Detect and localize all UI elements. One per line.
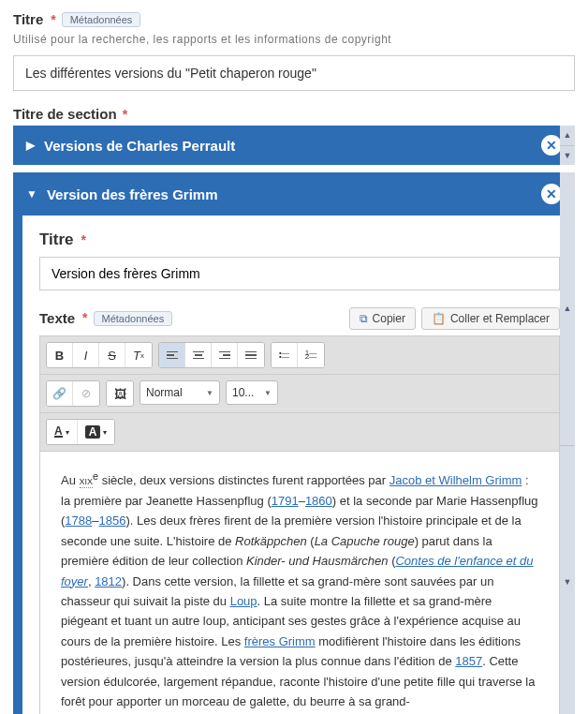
align-left-button[interactable] — [159, 343, 185, 367]
required-asterisk: * — [81, 232, 86, 247]
title-input[interactable] — [13, 55, 575, 91]
link-1791[interactable]: 1791 — [272, 494, 299, 508]
section-title-label: Titre de section * — [13, 106, 575, 122]
title-label-text: Titre — [13, 11, 43, 27]
section-accordion-0: ▶ Versions de Charles Perrault ✕ ▲ ▼ — [13, 126, 575, 165]
required-asterisk: * — [123, 107, 127, 122]
link-loup[interactable]: Loup — [230, 594, 257, 608]
accordion-body: Titre * Texte * Métadonnées ⧉Copier 📋Col… — [13, 216, 575, 714]
title-hint: Utilisé pour la recherche, les rapports … — [13, 33, 575, 46]
link-grimm-brothers[interactable]: Jacob et Wilhelm Grimm — [390, 473, 522, 487]
accordion-header-grimm[interactable]: ▼ Version des frères Grimm ✕ — [13, 172, 575, 216]
move-down-button[interactable]: ▼ — [560, 146, 575, 166]
image-button[interactable]: 🖼 — [107, 381, 133, 406]
chevron-right-icon: ▶ — [26, 139, 35, 152]
chevron-down-icon: ▼ — [26, 187, 37, 201]
link-1860[interactable]: 1860 — [305, 494, 332, 508]
move-up-button[interactable]: ▲ — [560, 126, 575, 146]
bold-button[interactable]: B — [47, 343, 73, 367]
editor-toolbar: B I S Tx •—•— 1—2— — [40, 336, 559, 375]
unlink-button[interactable]: ⊘ — [73, 381, 99, 406]
metadata-badge[interactable]: Métadonnées — [62, 12, 141, 27]
paste-icon: 📋 — [432, 312, 446, 325]
detail-title-input[interactable] — [39, 257, 560, 290]
sort-column: ▲ ▼ — [560, 172, 575, 714]
sort-column: ▲ ▼ — [560, 126, 575, 165]
bg-color-button[interactable]: A▾ — [78, 420, 115, 444]
link-button[interactable]: 🔗 — [47, 381, 73, 406]
accordion-title: Version des frères Grimm — [47, 186, 218, 202]
copy-icon: ⧉ — [360, 312, 368, 325]
move-up-button[interactable]: ▲ — [560, 172, 575, 446]
rich-text-editor: B I S Tx •—•— 1—2— 🔗 — [39, 335, 560, 714]
strike-button[interactable]: S — [99, 343, 125, 367]
link-1812[interactable]: 1812 — [95, 574, 122, 588]
size-select[interactable]: 10...▼ — [226, 380, 278, 405]
century-text: xix — [80, 473, 94, 488]
link-1856[interactable]: 1856 — [99, 513, 126, 528]
editor-toolbar-3: A▾ A▾ — [40, 413, 559, 452]
editor-content-area[interactable]: Au xixe siècle, deux versions distinctes… — [40, 452, 559, 714]
link-freres-grimm[interactable]: frères Grimm — [244, 634, 316, 648]
copy-button[interactable]: ⧉Copier — [349, 307, 416, 330]
format-select[interactable]: Normal▼ — [140, 380, 220, 405]
close-icon[interactable]: ✕ — [541, 184, 562, 204]
metadata-badge[interactable]: Métadonnées — [94, 311, 173, 326]
text-color-button[interactable]: A▾ — [47, 420, 78, 444]
align-center-button[interactable] — [185, 343, 212, 367]
section-accordion-1: ▼ Version des frères Grimm ✕ ▲ ▼ Titre *… — [13, 172, 575, 714]
accordion-title: Versions de Charles Perrault — [44, 138, 235, 154]
bullet-list-button[interactable]: •—•— — [272, 343, 298, 367]
detail-text-label: Texte * — [39, 310, 88, 326]
title-label: Titre * Métadonnées — [13, 11, 140, 27]
align-right-button[interactable] — [212, 343, 238, 367]
paste-replace-button[interactable]: 📋Coller et Remplacer — [421, 307, 560, 330]
clear-format-button[interactable]: Tx — [125, 343, 152, 367]
close-icon[interactable]: ✕ — [541, 135, 562, 156]
align-justify-button[interactable] — [238, 343, 264, 367]
required-asterisk: * — [51, 12, 55, 27]
editor-toolbar-2: 🔗 ⊘ 🖼 Normal▼ 10...▼ — [40, 375, 559, 413]
detail-title-label: Titre * — [39, 231, 86, 249]
accordion-header-perrault[interactable]: ▶ Versions de Charles Perrault ✕ — [13, 126, 575, 165]
number-list-button[interactable]: 1—2— — [298, 343, 324, 367]
required-asterisk: * — [82, 310, 87, 325]
link-1788[interactable]: 1788 — [65, 513, 92, 528]
italic-button[interactable]: I — [73, 343, 99, 367]
move-down-button[interactable]: ▼ — [560, 446, 575, 714]
link-1857[interactable]: 1857 — [455, 654, 482, 668]
